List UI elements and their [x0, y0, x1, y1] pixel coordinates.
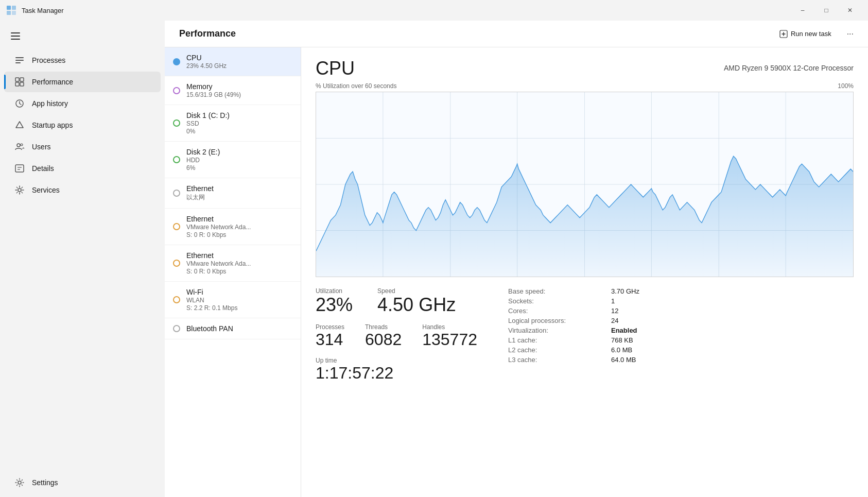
content-body: CPU 23% 4.50 GHz Memory 15.6/31.9 GB (49… [165, 47, 868, 497]
bluetooth-info: Bluetooth PAN [186, 324, 292, 333]
ethernet2-sub2: S: 0 R: 0 Kbps [186, 231, 292, 238]
cpu-chart-svg [316, 92, 853, 277]
utilization-stat: Utilization 23% [316, 287, 353, 315]
cpu-detail-panel: CPU AMD Ryzen 9 5900X 12-Core Processor … [301, 47, 868, 497]
svg-point-18 [18, 481, 21, 484]
sidebar-label-users: Users [32, 143, 51, 151]
svg-rect-9 [15, 82, 19, 86]
svg-rect-0 [7, 6, 11, 10]
logical-label: Logical processors: [508, 317, 611, 324]
cores-value: 12 [611, 307, 639, 315]
chart-label-text: % Utilization over 60 seconds [316, 82, 396, 90]
device-item-ethernet1[interactable]: Ethernet 以太网 [165, 178, 301, 209]
speed-label: Speed [377, 287, 456, 295]
speed-stat: Speed 4.50 GHz [377, 287, 456, 315]
window-controls: – □ ✕ [791, 2, 862, 19]
memory-name: Memory [186, 82, 292, 91]
app-title: Task Manager [22, 7, 64, 14]
minimize-button[interactable]: – [791, 2, 814, 19]
services-icon [14, 185, 25, 195]
memory-dot [173, 87, 180, 94]
settings-icon [14, 477, 25, 488]
app-history-icon [14, 98, 25, 109]
virtualization-value: Enabled [611, 327, 639, 334]
uptime-label: Up time [316, 357, 477, 364]
processes-stat: Processes 314 [316, 323, 344, 349]
app-body: Processes Performance App history Startu… [0, 21, 868, 497]
stats-row1: Utilization 23% Speed 4.50 GHz [316, 287, 477, 315]
close-button[interactable]: ✕ [838, 2, 862, 19]
utilization-label: Utilization [316, 287, 353, 295]
header-actions: Run new task ··· [774, 27, 858, 41]
users-icon [14, 142, 25, 152]
processes-icon [14, 55, 25, 65]
device-item-bluetooth[interactable]: Bluetooth PAN [165, 318, 301, 339]
chart-label-row: % Utilization over 60 seconds 100% [316, 82, 854, 90]
page-title: Performance [179, 28, 236, 39]
more-options-icon: ··· [847, 29, 854, 38]
ethernet1-dot [173, 190, 180, 197]
run-new-task-button[interactable]: Run new task [774, 27, 837, 41]
uptime-value: 1:17:57:22 [316, 364, 477, 382]
disk1-dot [173, 119, 180, 127]
l2-label: L2 cache: [508, 346, 611, 354]
device-item-ethernet2[interactable]: Ethernet VMware Network Ada... S: 0 R: 0… [165, 209, 301, 245]
sidebar-label-performance: Performance [32, 78, 73, 86]
device-item-cpu[interactable]: CPU 23% 4.50 GHz [165, 47, 301, 76]
disk1-sub2: 0% [186, 128, 292, 135]
l2-value: 6.0 MB [611, 346, 639, 354]
sidebar-label-processes: Processes [32, 56, 65, 64]
sidebar-item-startup-apps[interactable]: Startup apps [4, 115, 161, 135]
wifi-sub1: WLAN [186, 297, 292, 304]
device-item-disk2[interactable]: Disk 2 (E:) HDD 6% [165, 142, 301, 178]
threads-label: Threads [365, 323, 402, 331]
ethernet3-info: Ethernet VMware Network Ada... S: 0 R: 0… [186, 251, 292, 275]
sidebar-item-performance[interactable]: Performance [4, 72, 161, 92]
svg-rect-5 [15, 60, 24, 61]
sidebar-item-processes[interactable]: Processes [4, 50, 161, 71]
svg-rect-3 [12, 11, 16, 15]
memory-sub: 15.6/31.9 GB (49%) [186, 91, 292, 98]
processes-value: 314 [316, 331, 344, 349]
svg-rect-4 [15, 57, 24, 58]
sockets-label: Sockets: [508, 297, 611, 305]
sidebar-label-details: Details [32, 164, 54, 173]
utilization-value: 23% [316, 295, 353, 315]
handles-label: Handles [422, 323, 477, 331]
base-speed-label: Base speed: [508, 287, 611, 295]
device-item-memory[interactable]: Memory 15.6/31.9 GB (49%) [165, 76, 301, 105]
l1-value: 768 KB [611, 336, 639, 344]
maximize-button[interactable]: □ [814, 2, 838, 19]
ethernet2-sub1: VMware Network Ada... [186, 224, 292, 231]
uptime-stat: Up time 1:17:57:22 [316, 357, 477, 382]
disk1-name: Disk 1 (C: D:) [186, 111, 292, 119]
svg-rect-1 [12, 6, 16, 10]
menu-toggle-button[interactable] [6, 27, 25, 45]
sidebar-item-details[interactable]: Details [4, 158, 161, 179]
content-header: Performance Run new task ··· [165, 21, 868, 47]
memory-info: Memory 15.6/31.9 GB (49%) [186, 82, 292, 98]
bluetooth-name: Bluetooth PAN [186, 324, 292, 333]
cpu-details-grid: Base speed: 3.70 GHz Sockets: 1 Cores: 1… [508, 287, 639, 364]
svg-rect-6 [15, 62, 21, 63]
sidebar-item-app-history[interactable]: App history [4, 93, 161, 114]
svg-rect-8 [20, 78, 24, 81]
performance-icon [14, 77, 25, 87]
sidebar-item-settings[interactable]: Settings [4, 472, 161, 493]
cpu-dot [173, 58, 180, 65]
more-options-button[interactable]: ··· [843, 27, 858, 41]
device-item-ethernet3[interactable]: Ethernet VMware Network Ada... S: 0 R: 0… [165, 245, 301, 282]
device-item-disk1[interactable]: Disk 1 (C: D:) SSD 0% [165, 105, 301, 142]
sidebar-item-services[interactable]: Services [4, 180, 161, 200]
disk2-sub2: 6% [186, 164, 292, 172]
disk1-sub1: SSD [186, 120, 292, 127]
disk2-sub1: HDD [186, 157, 292, 164]
sidebar-item-users[interactable]: Users [4, 136, 161, 157]
run-task-icon [779, 30, 788, 38]
task-manager-icon [6, 5, 16, 15]
chart-max-label: 100% [838, 82, 854, 90]
threads-stat: Threads 6082 [365, 323, 402, 349]
speed-value: 4.50 GHz [377, 295, 456, 315]
svg-point-17 [18, 188, 21, 192]
device-item-wifi[interactable]: Wi-Fi WLAN S: 2.2 R: 0.1 Mbps [165, 282, 301, 318]
